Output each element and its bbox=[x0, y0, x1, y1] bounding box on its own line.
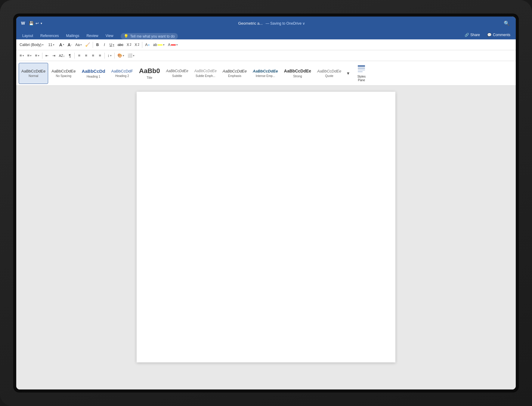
change-case-button[interactable]: Aa▾ bbox=[74, 41, 83, 49]
quick-access-toolbar: 💾 ↩ ▾ bbox=[29, 21, 42, 26]
style-normal[interactable]: AaBbCcDdEe Normal bbox=[19, 63, 48, 84]
svg-text:W: W bbox=[21, 21, 25, 26]
borders-button[interactable]: ⬜ ▾ bbox=[126, 52, 136, 60]
italic-button[interactable]: I bbox=[101, 41, 108, 49]
style-intense-emphasis[interactable]: AaBbCcDdEe Intense Emp... bbox=[250, 63, 281, 84]
sep-2 bbox=[142, 42, 142, 48]
font-name-dropdown[interactable]: Calibri (Body) ▾ bbox=[18, 41, 45, 49]
document-page: GeometricArchitecture bbox=[137, 92, 395, 362]
svg-rect-2 bbox=[358, 65, 365, 67]
styles-pane-label: StylesPane bbox=[357, 75, 366, 82]
share-comments-area: 🔗 Share 💬 Comments bbox=[462, 32, 513, 39]
style-subtitle-label: Subtitle bbox=[172, 74, 182, 78]
increase-indent-button[interactable]: ⇥ bbox=[51, 52, 57, 60]
decrease-indent-button[interactable]: ⇤ bbox=[44, 52, 50, 60]
subscript-button[interactable]: X2 bbox=[125, 41, 133, 49]
case-chevron: ▾ bbox=[80, 43, 82, 46]
bold-button[interactable]: B bbox=[94, 41, 101, 49]
screen-bezel: W 💾 ↩ ▾ Geometric a... — Saving to OneDr… bbox=[13, 14, 519, 392]
sep-3 bbox=[42, 53, 42, 59]
save-quick-icon[interactable]: 💾 bbox=[29, 21, 34, 26]
font-grow-button[interactable]: A+ bbox=[58, 41, 66, 49]
style-subtle-emph-preview: AaBbCcDdEe bbox=[194, 69, 217, 73]
style-subtle-emph-label: Subtle Emph... bbox=[196, 74, 215, 78]
style-normal-preview: AaBbCcDdEe bbox=[21, 69, 45, 74]
style-heading2[interactable]: AaBbCcDdF Heading 2 bbox=[109, 63, 136, 84]
sep-4 bbox=[74, 53, 75, 59]
style-intense-emph-preview: AaBbCcDdEe bbox=[253, 69, 278, 74]
text-effects-button[interactable]: A▸ bbox=[144, 41, 151, 49]
strikethrough-button[interactable]: abc bbox=[116, 41, 125, 49]
tab-view[interactable]: View bbox=[102, 32, 117, 39]
style-strong[interactable]: AaBbCcDdEe Strong bbox=[281, 63, 314, 84]
align-center-button[interactable]: ≡ bbox=[83, 52, 89, 60]
font-color-bar bbox=[171, 45, 176, 45]
tab-references[interactable]: References bbox=[37, 32, 62, 39]
style-title[interactable]: AaBb0 Title bbox=[136, 63, 163, 84]
tab-layout[interactable]: Layout bbox=[19, 32, 37, 39]
doc-name: Geometric a... bbox=[238, 21, 263, 26]
style-no-spacing-label: No Spacing bbox=[56, 74, 71, 78]
spacing-chevron: ▾ bbox=[110, 54, 112, 57]
font-color-button[interactable]: A ▾ bbox=[166, 41, 179, 49]
multilevel-list-button[interactable]: ≡▾ bbox=[33, 52, 41, 60]
style-quote-preview: AaBbCcDdEe bbox=[317, 69, 341, 74]
svg-rect-5 bbox=[358, 71, 363, 72]
style-intense-emph-label: Intense Emp... bbox=[256, 74, 275, 78]
highlight-icon: ab bbox=[153, 43, 157, 47]
title-bar-left: W 💾 ↩ ▾ bbox=[20, 20, 42, 26]
underline-button[interactable]: U▾ bbox=[108, 41, 116, 49]
undo-quick-icon[interactable]: ↩ bbox=[36, 21, 39, 26]
numbering-button[interactable]: ≡▾ bbox=[26, 52, 33, 60]
svg-rect-4 bbox=[358, 69, 365, 70]
tab-review[interactable]: Review bbox=[83, 32, 102, 39]
highlight-chevron: ▾ bbox=[163, 43, 165, 46]
style-normal-label: Normal bbox=[29, 74, 38, 78]
bullets-button[interactable]: ≡▾ bbox=[18, 52, 26, 60]
line-spacing-button[interactable]: ↕▾ bbox=[106, 52, 113, 60]
font-size-dropdown[interactable]: 11 ▾ bbox=[45, 41, 57, 49]
comments-label: Comments bbox=[493, 33, 510, 37]
shading-button[interactable]: 🎨 ▾ bbox=[116, 52, 126, 60]
style-heading2-label: Heading 2 bbox=[115, 74, 129, 78]
underline-chevron: ▾ bbox=[113, 43, 114, 46]
style-strong-preview: AaBbCcDdEe bbox=[284, 69, 311, 74]
tab-mailings[interactable]: Mailings bbox=[62, 32, 83, 39]
eraser-icon: 🧹 bbox=[85, 42, 90, 47]
style-quote[interactable]: AaBbCcDdEe Quote bbox=[314, 63, 344, 84]
style-subtitle[interactable]: AaBbCcDdEe Subtitle bbox=[163, 63, 191, 84]
title-bar: W 💾 ↩ ▾ Geometric a... — Saving to OneDr… bbox=[16, 17, 516, 30]
document-title-bar: Geometric a... — Saving to OneDrive ∨ bbox=[42, 21, 501, 26]
styles-pane-button[interactable]: StylesPane bbox=[354, 63, 369, 84]
borders-icon: ⬜ bbox=[128, 53, 132, 58]
font-name-value: Calibri (Body) bbox=[20, 43, 42, 47]
clear-format-button[interactable]: 🧹 bbox=[84, 41, 91, 49]
style-emphasis[interactable]: AaBbCcDdEe Emphasis bbox=[220, 63, 249, 84]
sort-button[interactable]: AZ↓ bbox=[57, 52, 66, 60]
styles-more-button[interactable]: ▾ bbox=[345, 63, 352, 84]
show-formatting-button[interactable]: ¶ bbox=[66, 52, 73, 60]
comments-icon: 💬 bbox=[487, 33, 492, 37]
style-heading1-label: Heading 1 bbox=[87, 75, 101, 78]
justify-button[interactable]: ≡ bbox=[97, 52, 103, 60]
comments-button[interactable]: 💬 Comments bbox=[484, 32, 513, 38]
document-area: GeometricArchitecture bbox=[16, 86, 516, 389]
share-button[interactable]: 🔗 Share bbox=[462, 32, 483, 38]
style-heading1[interactable]: AaBbCcDd Heading 1 bbox=[79, 63, 108, 84]
word-icon: W bbox=[20, 20, 26, 26]
tell-me-input[interactable]: 💡 Tell me what you want to do bbox=[121, 33, 178, 39]
style-no-spacing[interactable]: AaBbCcDdEe No Spacing bbox=[49, 63, 78, 84]
align-right-button[interactable]: ≡ bbox=[90, 52, 96, 60]
align-left-button[interactable]: ≡ bbox=[76, 52, 82, 60]
style-subtle-emphasis[interactable]: AaBbCcDdEe Subtle Emph... bbox=[192, 63, 219, 84]
style-heading2-preview: AaBbCcDdF bbox=[111, 69, 133, 74]
style-title-preview: AaBb0 bbox=[139, 67, 160, 75]
toolbar-row-2: ≡▾ ≡▾ ≡▾ ⇤ ⇥ AZ↓ ¶ ≡ ≡ ≡ ≡ ↕▾ 🎨 ▾ bbox=[16, 50, 516, 61]
superscript-button[interactable]: X2 bbox=[133, 41, 141, 49]
style-title-label: Title bbox=[147, 76, 153, 79]
text-highlight-button[interactable]: ab ▾ bbox=[152, 41, 166, 49]
font-shrink-button[interactable]: A- bbox=[66, 41, 73, 49]
search-icon[interactable]: 🔍 bbox=[501, 19, 512, 27]
font-size-chevron: ▾ bbox=[53, 43, 54, 46]
share-label: Share bbox=[470, 33, 480, 37]
